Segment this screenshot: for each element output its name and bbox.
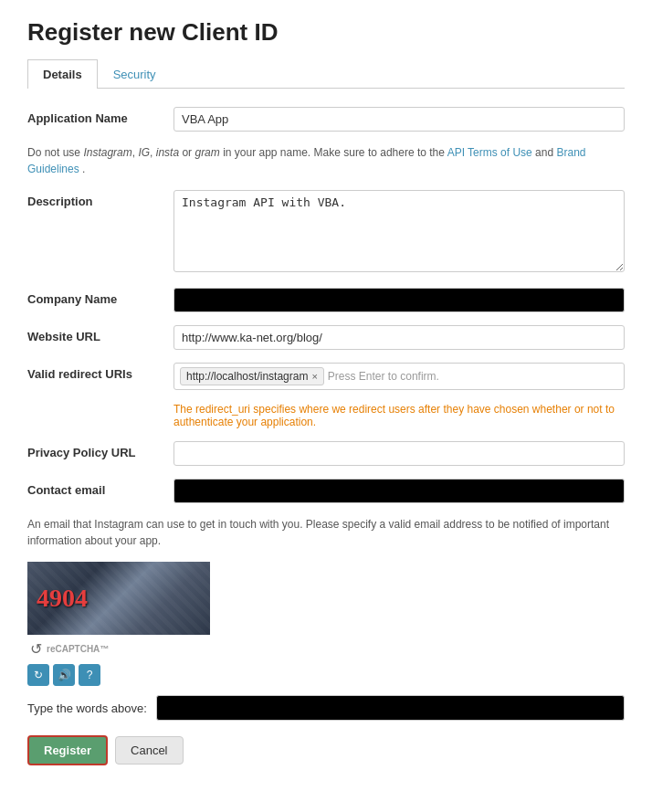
website-url-row: Website URL bbox=[27, 325, 625, 350]
page-title: Register new Client ID bbox=[27, 18, 625, 47]
description-label: Description bbox=[27, 190, 174, 208]
tab-bar: Details Security bbox=[27, 59, 625, 89]
register-button[interactable]: Register bbox=[27, 735, 108, 765]
description-input[interactable]: Instagram API with VBA. bbox=[174, 190, 625, 272]
redirect-uris-row: Valid redirect URIs http://localhost/ins… bbox=[27, 363, 625, 390]
application-name-input[interactable] bbox=[174, 107, 625, 132]
privacy-policy-input[interactable] bbox=[174, 441, 625, 466]
api-terms-link[interactable]: API Terms of Use bbox=[447, 146, 532, 159]
action-row: Register Cancel bbox=[27, 735, 625, 765]
cancel-button[interactable]: Cancel bbox=[115, 736, 183, 765]
captcha-buttons: ↻ 🔊 ? bbox=[27, 664, 625, 686]
redirect-hint-text: The redirect_uri specifies where we redi… bbox=[174, 403, 625, 428]
application-name-field bbox=[174, 107, 625, 132]
recaptcha-bar: ↺ reCAPTCHA™ bbox=[27, 640, 625, 657]
company-name-input[interactable] bbox=[174, 288, 625, 312]
contact-email-label: Contact email bbox=[27, 479, 174, 497]
description-row: Description Instagram API with VBA. bbox=[27, 190, 625, 275]
description-field: Instagram API with VBA. bbox=[174, 190, 625, 275]
company-name-row: Company Name bbox=[27, 288, 625, 312]
contact-email-row: Contact email bbox=[27, 479, 625, 503]
captcha-audio-button[interactable]: 🔊 bbox=[53, 664, 75, 686]
company-name-label: Company Name bbox=[27, 288, 174, 306]
website-url-field bbox=[174, 325, 625, 350]
redirect-tag: http://localhost/instagram × bbox=[180, 367, 324, 385]
application-name-row: Application Name bbox=[27, 107, 625, 132]
tab-security[interactable]: Security bbox=[98, 59, 172, 89]
captcha-number: 4904 bbox=[37, 584, 88, 613]
type-words-label: Type the words above: bbox=[27, 701, 147, 715]
contact-email-field bbox=[174, 479, 625, 503]
recaptcha-icon: ↺ bbox=[27, 640, 44, 657]
application-name-label: Application Name bbox=[27, 107, 174, 125]
company-name-field bbox=[174, 288, 625, 312]
redirect-uris-field: http://localhost/instagram × Press Enter… bbox=[174, 363, 625, 390]
privacy-policy-row: Privacy Policy URL bbox=[27, 441, 625, 466]
app-name-hint: Do not use Instagram, IG, insta or gram … bbox=[27, 144, 625, 177]
captcha-input[interactable] bbox=[156, 695, 625, 721]
redirect-placeholder: Press Enter to confirm. bbox=[328, 370, 439, 383]
website-url-input[interactable] bbox=[174, 325, 625, 350]
captcha-image: 4904 bbox=[27, 562, 210, 635]
redirect-uris-label: Valid redirect URIs bbox=[27, 363, 174, 381]
recaptcha-label: reCAPTCHA™ bbox=[47, 644, 109, 654]
privacy-policy-field bbox=[174, 441, 625, 466]
contact-email-input[interactable] bbox=[174, 479, 625, 503]
email-hint-text: An email that Instagram can use to get i… bbox=[27, 516, 625, 549]
website-url-label: Website URL bbox=[27, 325, 174, 343]
type-words-row: Type the words above: bbox=[27, 695, 625, 721]
privacy-policy-label: Privacy Policy URL bbox=[27, 441, 174, 459]
tab-details[interactable]: Details bbox=[27, 59, 98, 89]
redirect-tag-remove[interactable]: × bbox=[311, 371, 317, 382]
captcha-container: 4904 ↺ reCAPTCHA™ ↻ 🔊 ? bbox=[27, 562, 625, 686]
redirect-tags-container[interactable]: http://localhost/instagram × Press Enter… bbox=[174, 363, 625, 390]
captcha-help-button[interactable]: ? bbox=[79, 664, 100, 686]
captcha-refresh-button[interactable]: ↻ bbox=[27, 664, 49, 686]
